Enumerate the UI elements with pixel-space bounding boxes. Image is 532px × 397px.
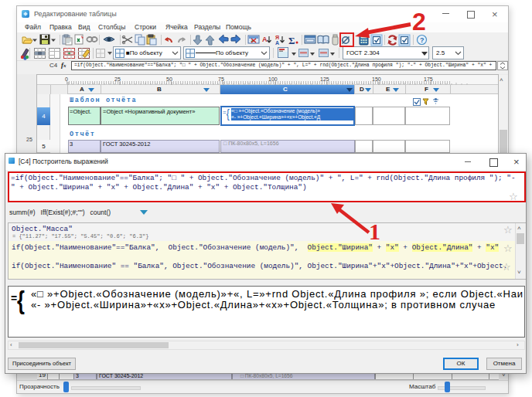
svg-text:2: 2	[412, 8, 426, 36]
svg-text:1: 1	[369, 219, 380, 244]
